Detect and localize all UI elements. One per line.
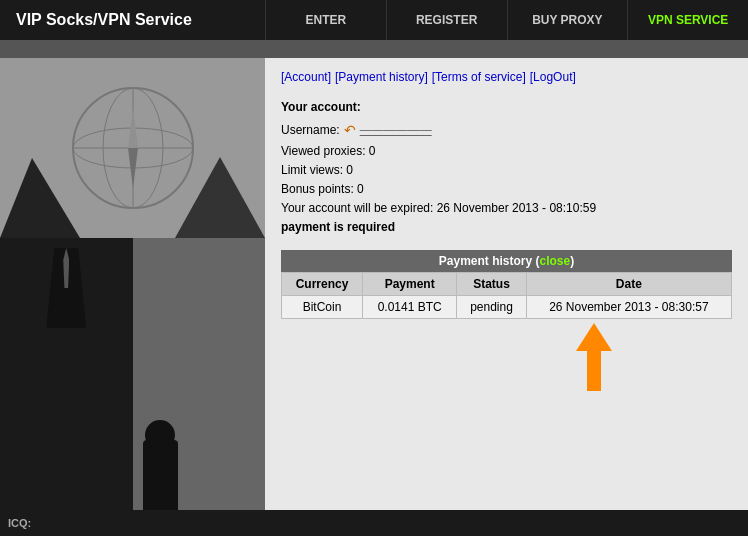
payment-history-section: Payment history (close) Currency Payment… — [281, 250, 732, 319]
nav-items: ENTER REGISTER BUY PROXY VPN SERVICE — [265, 0, 748, 40]
username-value: —————— — [360, 121, 432, 140]
site-logo: VIP Socks/VPN Service — [0, 11, 265, 29]
account-title: Your account: — [281, 98, 732, 117]
bonus-points: Bonus points: 0 — [281, 180, 732, 199]
cell-payment: 0.0141 BTC — [363, 295, 457, 318]
viewed-proxies: Viewed proxies: 0 — [281, 142, 732, 161]
main-area: [Account] [Payment history] [Terms of se… — [0, 58, 748, 510]
close-link[interactable]: close — [540, 254, 571, 268]
expiry: Your account will be expired: 26 Novembe… — [281, 199, 732, 218]
username-arrow-annotation: ↶ — [344, 119, 356, 141]
col-date: Date — [526, 272, 731, 295]
icq-label: ICQ: — [8, 517, 31, 529]
col-status: Status — [457, 272, 526, 295]
payment-table: Currency Payment Status Date BitCoin0.01… — [281, 272, 732, 319]
nav-enter[interactable]: ENTER — [265, 0, 386, 40]
cell-currency: BitCoin — [282, 295, 363, 318]
arrow-head — [576, 323, 612, 351]
payment-history-header: Payment history (close) — [281, 250, 732, 272]
table-row: BitCoin0.0141 BTCpending26 November 2013… — [282, 295, 732, 318]
top-nav: VIP Socks/VPN Service ENTER REGISTER BUY… — [0, 0, 748, 40]
left-panel — [0, 58, 265, 510]
username-label: Username: — [281, 121, 340, 140]
right-panel: [Account] [Payment history] [Terms of se… — [265, 58, 748, 510]
bottom-bar: ICQ: — [0, 510, 748, 536]
table-header-row: Currency Payment Status Date — [282, 272, 732, 295]
account-nav: [Account] [Payment history] [Terms of se… — [281, 70, 732, 84]
nav-buy-proxy[interactable]: BUY PROXY — [507, 0, 628, 40]
terms-link[interactable]: [Terms of service] — [432, 70, 526, 84]
limit-views: Limit views: 0 — [281, 161, 732, 180]
arrow-annotation-container — [281, 319, 732, 399]
col-currency: Currency — [282, 272, 363, 295]
big-arrow-up — [576, 323, 612, 391]
col-payment: Payment — [363, 272, 457, 295]
account-info: Your account: Username: ↶ —————— Viewed … — [281, 98, 732, 238]
cell-status: pending — [457, 295, 526, 318]
cell-date: 26 November 2013 - 08:30:57 — [526, 295, 731, 318]
payment-warning: payment is required — [281, 218, 732, 237]
nav-register[interactable]: REGISTER — [386, 0, 507, 40]
sub-header — [0, 40, 748, 58]
nav-vpn-service[interactable]: VPN SERVICE — [627, 0, 748, 40]
username-row: Username: ↶ —————— — [281, 119, 732, 141]
logout-link[interactable]: [LogOut] — [530, 70, 576, 84]
arrow-shaft — [587, 351, 601, 391]
account-link[interactable]: [Account] — [281, 70, 331, 84]
payment-history-link[interactable]: [Payment history] — [335, 70, 428, 84]
